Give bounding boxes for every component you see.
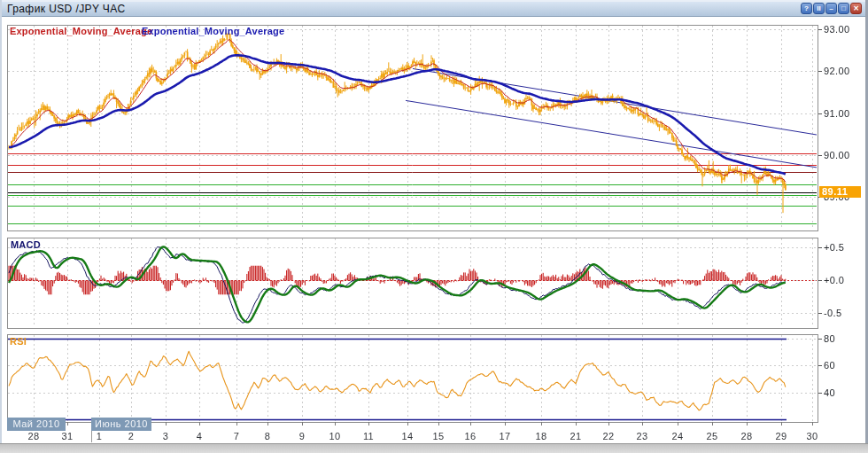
close-button[interactable]: ✕ (850, 3, 862, 14)
minimize-icon: – (829, 4, 833, 12)
maximize-icon: □ (841, 4, 846, 12)
pause-icon: II (817, 4, 820, 12)
window-title: График USD /JPY ЧАС (2, 3, 125, 15)
window-frame-left (0, 0, 2, 453)
window-buttons: ? II – □ ✕ (801, 3, 862, 14)
help-icon: ? (804, 4, 809, 12)
maximize-button[interactable]: □ (838, 3, 849, 14)
help-button[interactable]: ? (801, 3, 812, 14)
chart-window: График USD /JPY ЧАС ? II – □ ✕ Exponenti… (0, 0, 868, 453)
pause-button[interactable]: II (813, 3, 825, 14)
price-macd-rsi-chart-canvas[interactable] (0, 0, 868, 453)
title-bar[interactable]: График USD /JPY ЧАС ? II – □ ✕ (2, 2, 865, 17)
close-icon: ✕ (853, 4, 859, 12)
window-frame-bottom (0, 443, 868, 453)
minimize-button[interactable]: – (825, 3, 837, 14)
